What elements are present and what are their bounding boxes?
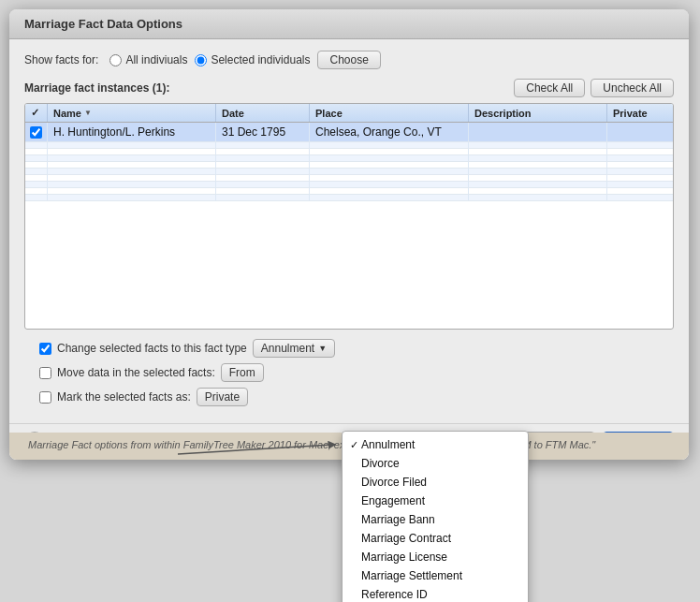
instances-label: Marriage fact instances (1): bbox=[24, 81, 169, 95]
private-button[interactable]: Private bbox=[197, 388, 248, 406]
all-individuals-label: All indiviuals bbox=[125, 53, 187, 66]
marriage-fact-dialog: Marriage Fact Data Options Show facts fo… bbox=[9, 9, 689, 460]
options-section: Change selected facts to this fact type … bbox=[24, 339, 674, 406]
col-private: Private bbox=[607, 104, 673, 122]
all-individuals-option[interactable]: All indiviuals bbox=[109, 53, 187, 66]
facts-table: ✓ Name▼ Date Place Description Private H… bbox=[24, 103, 674, 330]
move-data-checkbox[interactable] bbox=[39, 367, 51, 379]
table-row bbox=[25, 182, 673, 188]
table-row bbox=[25, 149, 673, 155]
change-facts-row: Change selected facts to this fact type … bbox=[39, 339, 659, 358]
show-facts-label: Show facts for: bbox=[24, 53, 98, 66]
selected-individuals-label: Selected individuals bbox=[211, 53, 310, 66]
row-place-cell: Chelsea, Orange Co., VT bbox=[310, 123, 469, 141]
dropdown-chevron-icon: ▼ bbox=[318, 344, 327, 353]
move-data-label: Move data in the selected facts: bbox=[57, 366, 215, 379]
row-name-cell: H. Huntington/L. Perkins bbox=[48, 123, 216, 141]
fact-type-label: Annulment bbox=[261, 342, 314, 355]
instances-header: Marriage fact instances (1): Check All U… bbox=[24, 79, 674, 97]
dropdown-item-divorce-filed[interactable]: Divorce Filed bbox=[343, 473, 528, 492]
from-button[interactable]: From bbox=[221, 363, 264, 382]
row-check-cell[interactable] bbox=[25, 123, 48, 141]
fact-type-dropdown[interactable]: Annulment ▼ bbox=[253, 339, 335, 358]
mark-facts-row: Mark the selected facts as: Private bbox=[39, 388, 659, 406]
change-facts-label: Change selected facts to this fact type bbox=[57, 342, 247, 355]
dropdown-item-marriage-settlement[interactable]: Marriage Settlement bbox=[343, 566, 528, 585]
table-body: H. Huntington/L. Perkins 31 Dec 1795 Che… bbox=[25, 123, 673, 329]
row-desc-cell bbox=[469, 123, 607, 141]
name-sort-icon: ▼ bbox=[84, 109, 92, 117]
row-private-cell bbox=[607, 123, 673, 141]
selected-individuals-option[interactable]: Selected individuals bbox=[195, 53, 310, 66]
all-individuals-radio[interactable] bbox=[109, 54, 122, 66]
row-date-cell: 31 Dec 1795 bbox=[216, 123, 310, 141]
table-row bbox=[25, 155, 673, 162]
dropdown-item-marriage-license[interactable]: Marriage License bbox=[343, 548, 528, 566]
col-date: Date bbox=[216, 104, 310, 122]
col-name[interactable]: Name▼ bbox=[48, 104, 216, 122]
selected-individuals-radio[interactable] bbox=[195, 54, 207, 66]
dropdown-item-divorce[interactable]: Divorce bbox=[343, 454, 528, 473]
table-row bbox=[25, 195, 673, 201]
table-row bbox=[25, 175, 673, 182]
table-row[interactable]: H. Huntington/L. Perkins 31 Dec 1795 Che… bbox=[25, 123, 673, 142]
table-header: ✓ Name▼ Date Place Description Private bbox=[25, 104, 673, 123]
dialog-title: Marriage Fact Data Options bbox=[9, 9, 689, 39]
mark-facts-label: Mark the selected facts as: bbox=[57, 390, 191, 404]
move-data-row: Move data in the selected facts: From bbox=[39, 363, 659, 382]
col-place: Place bbox=[310, 104, 469, 122]
table-row bbox=[25, 188, 673, 195]
col-check: ✓ bbox=[25, 104, 48, 122]
col-description: Description bbox=[469, 104, 607, 122]
row-checkbox[interactable] bbox=[30, 126, 42, 139]
dropdown-item-engagement[interactable]: Engagement bbox=[343, 492, 528, 510]
fact-type-dropdown-menu: Annulment Divorce Divorce Filed Engageme… bbox=[342, 431, 529, 602]
uncheck-all-button[interactable]: Uncheck All bbox=[591, 79, 674, 97]
dialog-body: Show facts for: All indiviuals Selected … bbox=[9, 39, 689, 423]
check-buttons-group: Check All Uncheck All bbox=[514, 79, 674, 97]
table-row bbox=[25, 162, 673, 169]
show-facts-row: Show facts for: All indiviuals Selected … bbox=[24, 51, 674, 69]
dropdown-item-marriage-bann[interactable]: Marriage Bann bbox=[343, 510, 528, 529]
dropdown-item-reference-id[interactable]: Reference ID bbox=[343, 585, 528, 602]
mark-facts-checkbox[interactable] bbox=[39, 391, 51, 404]
change-facts-checkbox[interactable] bbox=[39, 343, 51, 355]
table-row bbox=[25, 169, 673, 175]
choose-button[interactable]: Choose bbox=[317, 51, 380, 69]
table-row bbox=[25, 142, 673, 149]
check-all-button[interactable]: Check All bbox=[514, 79, 585, 97]
dropdown-item-annulment[interactable]: Annulment bbox=[343, 435, 528, 454]
dropdown-item-marriage-contract[interactable]: Marriage Contract bbox=[343, 529, 528, 548]
